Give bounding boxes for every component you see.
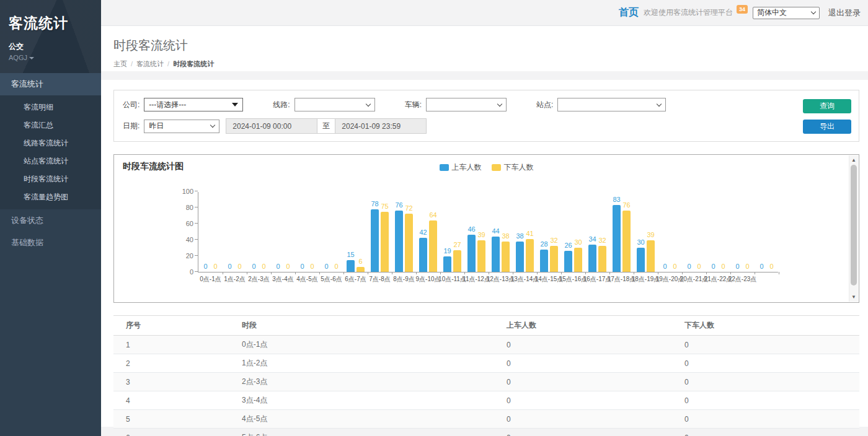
legend-swatch-icon bbox=[492, 164, 501, 171]
sidebar-item-0-5[interactable]: 客流量趋势图 bbox=[0, 188, 101, 206]
x-axis-tick bbox=[561, 272, 562, 274]
chevron-down-icon bbox=[811, 9, 816, 14]
bar-value-label: 75 bbox=[381, 203, 388, 210]
x-axis-tick bbox=[295, 272, 296, 274]
table-cell: 0 bbox=[684, 410, 859, 429]
bar-boarding[interactable] bbox=[347, 260, 355, 272]
bar-value-label: 78 bbox=[371, 200, 378, 207]
scroll-up-icon[interactable]: ▲ bbox=[849, 157, 858, 163]
logout-link[interactable]: 退出登录 bbox=[828, 7, 861, 19]
x-axis-tick bbox=[706, 272, 707, 274]
table-cell: 4 bbox=[113, 391, 242, 410]
bar-boarding[interactable] bbox=[467, 235, 476, 272]
date-preset-select[interactable]: 昨日 bbox=[144, 120, 219, 133]
x-axis-tick bbox=[779, 272, 779, 274]
bar-value-label: 76 bbox=[395, 201, 402, 209]
home-link[interactable]: 首页 bbox=[619, 6, 639, 19]
sidebar-item-0-3[interactable]: 站点客流统计 bbox=[0, 152, 101, 170]
line-select[interactable] bbox=[294, 98, 375, 111]
bar-alighting[interactable] bbox=[381, 212, 389, 272]
station-select[interactable] bbox=[557, 98, 666, 111]
bar-boarding[interactable] bbox=[613, 205, 621, 272]
breadcrumb-item[interactable]: 主页 bbox=[113, 60, 127, 68]
export-button[interactable]: 导出 bbox=[803, 120, 851, 134]
table-cell: 0点-1点 bbox=[242, 336, 507, 354]
sidebar-section-1[interactable]: 设备状态 bbox=[0, 209, 101, 232]
sidebar-item-0-2[interactable]: 线路客流统计 bbox=[0, 134, 101, 152]
chart-scrollbar[interactable]: ▲ ▼ bbox=[849, 155, 858, 302]
date-to-input[interactable]: 2024-01-09 23:59 bbox=[335, 118, 427, 134]
chart-title: 时段车流统计图 bbox=[123, 161, 184, 172]
x-axis-tick bbox=[343, 272, 344, 274]
bar-alighting[interactable] bbox=[429, 220, 437, 272]
table-row: 10点-1点00 bbox=[113, 336, 859, 354]
sidebar-section-2[interactable]: 基础数据 bbox=[0, 232, 101, 254]
bar-alighting[interactable] bbox=[598, 246, 606, 272]
bar-boarding[interactable] bbox=[637, 248, 645, 272]
language-select[interactable]: 简体中文 bbox=[753, 7, 820, 19]
sidebar-brand-area: 客流统计 公交 AQGJ bbox=[0, 0, 101, 73]
bar-alighting[interactable] bbox=[453, 250, 461, 272]
bar-alighting[interactable] bbox=[356, 267, 365, 272]
bar-boarding[interactable] bbox=[540, 250, 548, 272]
vehicle-select[interactable] bbox=[426, 98, 507, 111]
bar-alighting[interactable] bbox=[574, 248, 582, 272]
vehicle-label: 车辆: bbox=[405, 100, 422, 110]
bar-value-label: 38 bbox=[502, 232, 509, 240]
bar-value-label: 0 bbox=[276, 263, 280, 270]
bar-boarding[interactable] bbox=[371, 209, 379, 272]
bar-alighting[interactable] bbox=[526, 239, 534, 272]
bar-boarding[interactable] bbox=[516, 242, 524, 272]
table-cell: 0 bbox=[507, 410, 684, 429]
bar-value-label: 0 bbox=[745, 263, 749, 270]
x-axis-tick bbox=[682, 272, 683, 274]
bar-value-label: 38 bbox=[516, 232, 523, 240]
table-cell: 1点-2点 bbox=[242, 354, 507, 373]
sidebar-item-0-0[interactable]: 客流明细 bbox=[0, 98, 101, 116]
y-axis-tick-label: 80 bbox=[186, 204, 193, 211]
sidebar-submenu: 客流明细客流汇总线路客流统计站点客流统计时段客流统计客流量趋势图 bbox=[0, 95, 101, 209]
station-label: 站点: bbox=[536, 100, 553, 110]
bar-value-label: 6 bbox=[358, 258, 362, 265]
bar-alighting[interactable] bbox=[502, 242, 510, 272]
sidebar-section-0[interactable]: 客流统计 bbox=[0, 73, 101, 95]
x-axis-label: 7点-8点 bbox=[369, 275, 390, 284]
x-axis-tick bbox=[730, 272, 731, 274]
sidebar-item-0-1[interactable]: 客流汇总 bbox=[0, 116, 101, 134]
table-cell: 2 bbox=[113, 354, 242, 373]
bar-boarding[interactable] bbox=[395, 211, 403, 272]
bar-boarding[interactable] bbox=[419, 238, 427, 272]
x-axis-tick bbox=[392, 272, 392, 274]
date-from-input[interactable]: 2024-01-09 00:00 bbox=[226, 118, 317, 134]
bar-value-label: 32 bbox=[598, 237, 606, 244]
scroll-down-icon[interactable]: ▼ bbox=[849, 294, 858, 300]
x-axis-tick bbox=[585, 272, 586, 274]
bar-value-label: 0 bbox=[228, 263, 231, 270]
bar-value-label: 64 bbox=[429, 211, 436, 219]
x-axis-label: 3点-4点 bbox=[272, 275, 293, 284]
bar-boarding[interactable] bbox=[443, 256, 451, 272]
breadcrumb: 主页/客流统计/时段客流统计 bbox=[113, 59, 856, 69]
bar-boarding[interactable] bbox=[564, 251, 572, 272]
bar-value-label: 39 bbox=[477, 231, 485, 238]
table-cell: 0 bbox=[507, 391, 684, 410]
breadcrumb-item[interactable]: 客流统计 bbox=[136, 60, 164, 68]
y-axis-tick-label: 100 bbox=[182, 188, 193, 195]
table-cell: 4点-5点 bbox=[242, 410, 507, 429]
sidebar-item-0-4[interactable]: 时段客流统计 bbox=[0, 170, 101, 188]
notification-badge[interactable]: 34 bbox=[737, 5, 748, 14]
bar-boarding[interactable] bbox=[492, 237, 500, 272]
bar-chart: 020406080100000点-1点001点-2点002点-3点003点-4点… bbox=[198, 192, 778, 272]
scrollbar-thumb[interactable] bbox=[851, 165, 857, 286]
bar-alighting[interactable] bbox=[622, 211, 631, 272]
x-axis-tick bbox=[489, 272, 489, 274]
bar-alighting[interactable] bbox=[550, 246, 558, 272]
bar-alighting[interactable] bbox=[405, 214, 413, 272]
bar-alighting[interactable] bbox=[477, 240, 485, 272]
bar-alighting[interactable] bbox=[647, 240, 655, 272]
query-button[interactable]: 查询 bbox=[803, 99, 851, 113]
bar-boarding[interactable] bbox=[588, 245, 596, 272]
legend-item-上车人数: 上车人数 bbox=[440, 162, 482, 173]
company-select[interactable]: ---请选择--- bbox=[144, 98, 243, 111]
user-menu[interactable]: AQGJ bbox=[9, 54, 92, 61]
